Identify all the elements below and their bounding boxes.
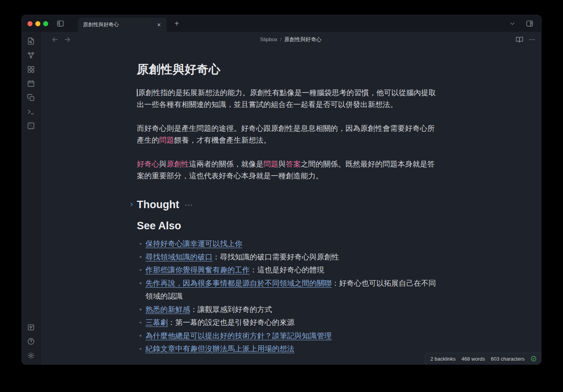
collapsed-content-indicator[interactable]: ••• (185, 203, 193, 207)
note-pane: Slipbox/原創性與好奇心 原創性與好奇心 原創性指的是拓展新想法的能力。原… (40, 32, 541, 364)
file-search-icon[interactable] (27, 37, 35, 45)
note-title[interactable]: 原創性與好奇心 (137, 62, 440, 78)
note-link[interactable]: 作那些讓你覺得興奮有趣的工作 (145, 266, 250, 274)
internal-link[interactable]: 好奇心 (137, 160, 159, 168)
new-tab-button[interactable]: + (172, 19, 182, 28)
internal-link[interactable]: 答案 (286, 160, 301, 168)
backlinks-count[interactable]: 2 backlinks (430, 356, 456, 362)
bullet-icon (140, 282, 142, 284)
internal-link[interactable]: 問題 (263, 160, 278, 168)
bullet-icon (140, 322, 142, 324)
left-ribbon (22, 32, 40, 364)
zoom-window-button[interactable] (43, 21, 48, 26)
breadcrumb-separator: / (278, 36, 285, 42)
word-count: 468 words (461, 356, 485, 362)
view-header: Slipbox/原創性與好奇心 (40, 32, 541, 47)
minimize-window-button[interactable] (35, 21, 40, 26)
note-link[interactable]: 尋找領域知識的破口 (145, 253, 212, 261)
tab-bar: 原創性與好奇心 ✕ + (22, 15, 541, 32)
note-link[interactable]: 熟悉的新鮮感 (145, 305, 190, 314)
internal-link[interactable]: 原創性 (167, 160, 189, 168)
list-item: 先作再說，因為很多事情都是源自於不同領域之間的關聯：好奇心也可以拓展自己在不同領… (137, 277, 440, 303)
note-link[interactable]: 紀錄文章中有趣但沒辦法馬上派上用場的想法 (145, 345, 294, 353)
dice-icon[interactable] (27, 122, 35, 130)
list-item: 熟悉的新鮮感：讓觀眾感到好奇的方式 (137, 303, 440, 316)
paragraph[interactable]: 而好奇心則是產生問題的途徑。好奇心跟原創性是息息相關的，因為原創性會需要好奇心所… (137, 123, 440, 146)
help-icon[interactable] (27, 338, 35, 345)
terminal-icon[interactable] (27, 108, 35, 116)
list-item: 保持好奇心讓幸運可以找上你 (137, 237, 440, 250)
breadcrumb-current[interactable]: 原創性與好奇心 (284, 36, 321, 42)
note-link[interactable]: 為什麼他總是可以提出好的技術方針？談筆記與知識管理 (145, 332, 332, 340)
settings-gear-icon[interactable] (27, 352, 35, 359)
note-link[interactable]: 先作再說，因為很多事情都是源自於不同領域之間的關聯 (145, 279, 332, 287)
layout-dashboard-icon[interactable] (27, 65, 35, 73)
close-window-button[interactable] (27, 21, 33, 26)
tab-note[interactable]: 原創性與好奇心 ✕ (78, 18, 167, 32)
note-link[interactable]: 三幕劇 (145, 318, 168, 327)
obsidian-window: 原創性與好奇心 ✕ + (22, 15, 541, 365)
chevron-down-icon[interactable] (506, 20, 519, 27)
more-options-icon[interactable] (528, 36, 536, 43)
graph-icon[interactable] (27, 51, 35, 59)
collapse-chevron-icon[interactable] (129, 202, 134, 207)
navigate-back-icon[interactable] (51, 36, 58, 43)
breadcrumb: Slipbox/原創性與好奇心 (40, 36, 541, 43)
list-item: 為什麼他總是可以提出好的技術方針？談筆記與知識管理 (137, 329, 440, 343)
close-tab-icon[interactable]: ✕ (155, 21, 163, 29)
bullet-icon (140, 335, 142, 337)
bullet-icon (140, 309, 142, 310)
calendar-icon[interactable] (27, 80, 35, 87)
check-circle-icon (530, 356, 537, 362)
breadcrumb-parent[interactable]: Slipbox (260, 36, 277, 42)
internal-link[interactable]: 問題 (159, 136, 174, 144)
heading-thought[interactable]: Thought••• (137, 199, 440, 211)
window-controls (22, 15, 54, 32)
bullet-icon (140, 269, 142, 271)
vault-switcher-icon[interactable] (27, 323, 35, 331)
list-item: 作那些讓你覺得興奮有趣的工作：這也是好奇心的體現 (137, 263, 440, 277)
paragraph[interactable]: 好奇心與原創性這兩者的關係，就像是問題與答案之間的關係。既然最好的問題本身就是答… (137, 158, 440, 182)
bullet-icon (140, 348, 142, 350)
heading-see-also[interactable]: See Also (137, 220, 440, 232)
bullet-icon (140, 243, 142, 245)
see-also-list: 保持好奇心讓幸運可以找上你 尋找領域知識的破口：尋找知識的破口需要好奇心與原創性… (137, 237, 440, 356)
note-editor[interactable]: 原創性與好奇心 原創性指的是拓展新想法的能力。原創性有點像是一種腦袋思考的習慣，… (137, 47, 440, 356)
status-bar: 2 backlinks 468 words 603 characters (425, 353, 541, 364)
left-sidebar-toggle-icon[interactable] (54, 15, 67, 32)
list-item: 紀錄文章中有趣但沒辦法馬上派上用場的想法 (137, 342, 440, 356)
tab-title: 原創性與好奇心 (83, 21, 155, 28)
paragraph[interactable]: 原創性指的是拓展新想法的能力。原創性有點像是一種腦袋思考的習慣，他可以從腦內提取… (137, 87, 440, 111)
navigate-forward-icon[interactable] (64, 36, 71, 43)
character-count: 603 characters (491, 356, 525, 362)
note-link[interactable]: 保持好奇心讓幸運可以找上你 (145, 240, 242, 248)
right-sidebar-toggle-icon[interactable] (523, 20, 536, 27)
text-cursor (137, 89, 138, 96)
list-item: 三幕劇：第一幕的設定也是引發好奇心的來源 (137, 316, 440, 329)
copy-icon[interactable] (27, 94, 35, 102)
list-item: 尋找領域知識的破口：尋找知識的破口需要好奇心與原創性 (137, 250, 440, 264)
bullet-icon (140, 256, 142, 258)
reading-view-icon[interactable] (516, 36, 523, 44)
